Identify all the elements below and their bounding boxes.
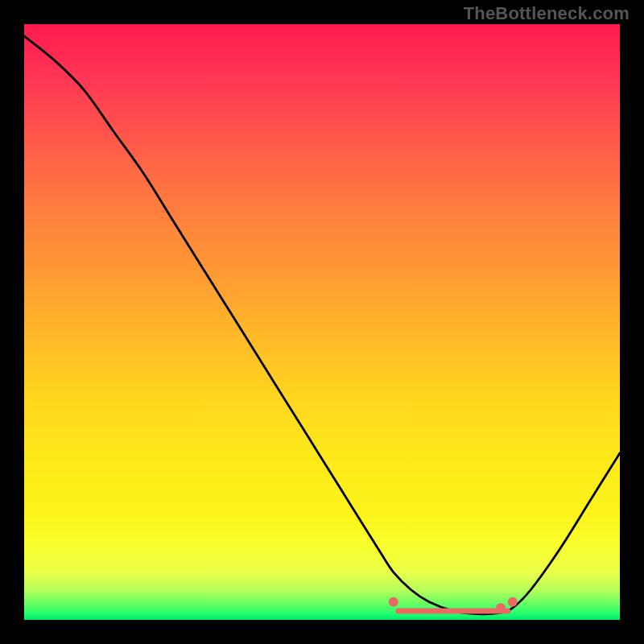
marker-point: [389, 597, 398, 607]
watermark-text: TheBottleneck.com: [464, 3, 630, 24]
marker-point: [508, 597, 518, 607]
optimal-markers: [389, 597, 518, 613]
chart-container: TheBottleneck.com: [0, 0, 644, 644]
chart-overlay: [24, 24, 620, 620]
bottleneck-curve: [24, 36, 620, 614]
marker-point: [496, 603, 506, 613]
